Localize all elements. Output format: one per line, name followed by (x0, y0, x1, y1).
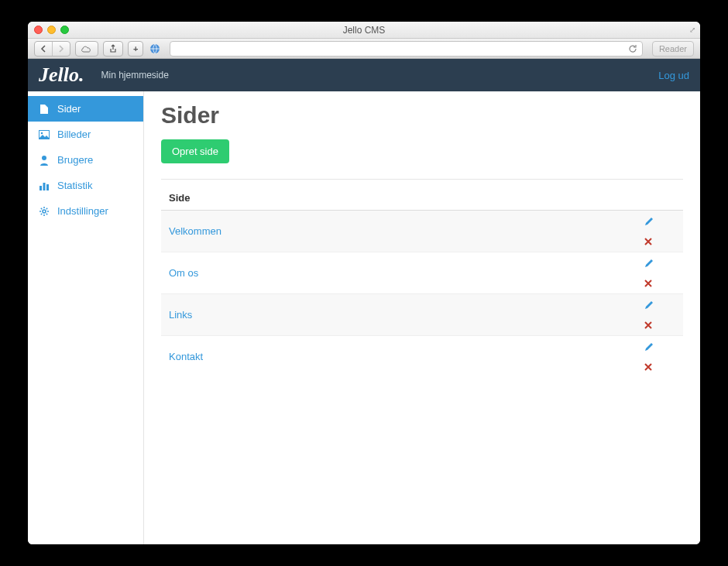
delete-icon[interactable] (644, 363, 675, 371)
app-navbar: Jello Min hjemmeside Log ud (28, 59, 700, 91)
maximize-window-button[interactable] (60, 26, 69, 34)
gear-icon (39, 206, 50, 217)
file-icon (39, 104, 50, 115)
sidebar-item-sider[interactable]: Sider (28, 96, 143, 122)
user-icon (39, 155, 50, 166)
page-link[interactable]: Velkommen (169, 225, 221, 237)
svg-point-7 (43, 210, 46, 213)
titlebar: Jello CMS ⤢ (28, 22, 700, 39)
share-button[interactable] (103, 41, 123, 57)
content-row: Sider Billeder Brugere (28, 91, 700, 544)
edit-icon[interactable] (644, 259, 675, 268)
logout-link[interactable]: Log ud (658, 70, 689, 81)
sidebar-item-statistik[interactable]: Statistik (28, 173, 143, 198)
nav-buttons (34, 41, 70, 57)
sidebar-item-label: Statistik (57, 180, 93, 191)
edit-icon[interactable] (644, 300, 675, 310)
globe-icon (149, 43, 160, 54)
create-page-button[interactable]: Opret side (161, 139, 229, 163)
fullscreen-icon[interactable]: ⤢ (689, 26, 695, 34)
svg-point-2 (41, 132, 43, 134)
edit-icon[interactable] (644, 217, 675, 226)
divider (161, 179, 683, 180)
sidebar-item-indstillinger[interactable]: Indstillinger (28, 198, 143, 224)
sidebar-item-brugere[interactable]: Brugere (28, 147, 143, 173)
svg-rect-6 (46, 184, 49, 190)
column-header-actions (637, 186, 683, 211)
delete-icon[interactable] (644, 238, 675, 245)
sidebar-item-billeder[interactable]: Billeder (28, 122, 143, 147)
svg-point-3 (42, 156, 46, 160)
page-link[interactable]: Kontakt (169, 351, 203, 362)
svg-rect-5 (43, 183, 46, 190)
image-icon (39, 130, 50, 139)
forward-button[interactable] (52, 42, 70, 56)
brand-logo[interactable]: Jello (39, 65, 84, 85)
page-title: Sider (161, 102, 683, 129)
page-link[interactable]: Links (169, 309, 192, 321)
sidebar: Sider Billeder Brugere (28, 91, 144, 544)
sidebar-item-label: Billeder (57, 129, 91, 140)
column-header-side: Side (161, 186, 637, 211)
table-row: Velkommen (161, 211, 683, 252)
window-title: Jello CMS (28, 25, 700, 36)
browser-window: Jello CMS ⤢ + Reader (28, 22, 700, 544)
sidebar-item-label: Indstillinger (57, 205, 108, 217)
table-row: Links (161, 294, 683, 336)
delete-icon[interactable] (644, 280, 675, 287)
browser-toolbar: + Reader (28, 39, 700, 59)
icloud-button[interactable] (75, 41, 98, 57)
window-controls (34, 26, 69, 34)
reader-button[interactable]: Reader (652, 41, 694, 57)
minimize-window-button[interactable] (47, 26, 56, 34)
pages-table: Side VelkommenOm osLinksKontakt (161, 186, 683, 377)
sidebar-item-label: Brugere (57, 154, 93, 166)
main-content: Sider Opret side Side VelkommenOm osLink… (144, 91, 700, 544)
back-button[interactable] (35, 42, 52, 56)
site-name[interactable]: Min hjemmeside (101, 70, 169, 81)
chart-icon (39, 181, 50, 190)
table-row: Om os (161, 252, 683, 294)
close-window-button[interactable] (34, 26, 43, 34)
sidebar-item-label: Sider (57, 103, 81, 115)
table-row: Kontakt (161, 336, 683, 378)
reload-icon[interactable] (628, 44, 637, 53)
edit-icon[interactable] (644, 342, 675, 352)
page-link[interactable]: Om os (169, 267, 198, 279)
svg-rect-4 (39, 186, 42, 190)
new-tab-button[interactable]: + (128, 41, 143, 57)
app: Jello Min hjemmeside Log ud Sider Billed… (28, 59, 700, 544)
address-bar[interactable] (170, 41, 642, 57)
delete-icon[interactable] (644, 321, 675, 329)
